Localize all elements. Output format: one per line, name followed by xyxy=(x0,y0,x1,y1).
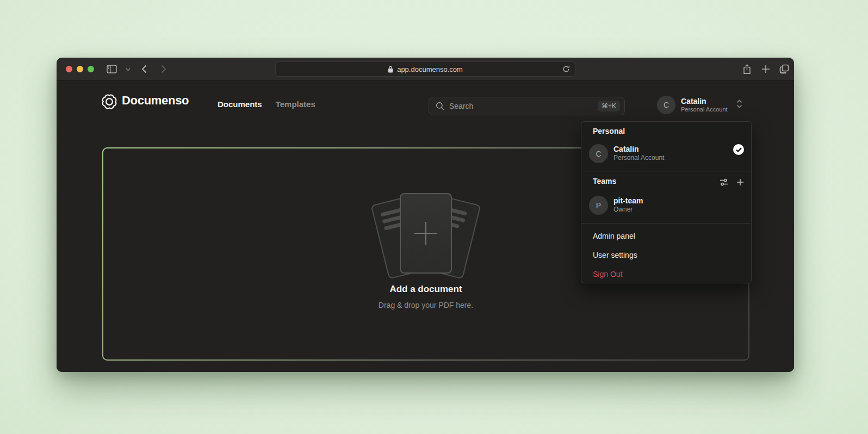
teams-section-label: Teams xyxy=(593,177,616,185)
sidebar-chevron-button[interactable] xyxy=(126,68,131,71)
lock-icon xyxy=(388,66,393,73)
personal-account-avatar: C xyxy=(589,144,608,163)
team-role: Owner xyxy=(613,206,643,214)
personal-account-subtitle: Personal Account xyxy=(613,154,664,162)
menu-item-admin-panel[interactable]: Admin panel xyxy=(581,226,751,245)
sidebar-icon xyxy=(107,65,117,73)
account-avatar: C xyxy=(657,96,675,114)
url-text: app.documenso.com xyxy=(397,65,463,73)
search-input[interactable] xyxy=(449,102,593,110)
chevron-right-icon xyxy=(161,65,166,73)
share-icon xyxy=(743,64,751,75)
chevron-left-icon xyxy=(141,65,147,73)
share-button[interactable] xyxy=(743,64,751,75)
search-icon xyxy=(436,102,444,110)
tab-overview-button[interactable] xyxy=(779,64,789,74)
traffic-lights xyxy=(66,66,94,72)
close-button[interactable] xyxy=(66,66,72,72)
search-shortcut-badge: ⌘+K xyxy=(598,101,620,111)
brand-wordmark[interactable]: Documenso xyxy=(122,94,189,108)
account-type: Personal Account xyxy=(681,106,728,113)
documenso-logo[interactable] xyxy=(101,94,117,110)
plus-icon xyxy=(413,221,438,246)
personal-section-label: Personal xyxy=(593,127,625,135)
team-item[interactable]: P pit-team Owner xyxy=(581,191,751,219)
menu-item-sign-out[interactable]: Sign Out xyxy=(581,264,751,283)
browser-titlebar: app.documenso.com xyxy=(57,58,794,80)
nav-item-templates[interactable]: Templates xyxy=(276,100,315,109)
menu-divider xyxy=(581,223,751,224)
menu-item-user-settings[interactable]: User settings xyxy=(581,245,751,264)
reload-icon xyxy=(562,65,570,73)
document-stack-graphic xyxy=(371,193,480,277)
dropzone-subtitle: Drag & drop your PDF here. xyxy=(103,301,748,309)
plus-icon xyxy=(761,65,770,73)
team-name: pit-team xyxy=(613,196,643,206)
page-content: Documenso Documents Templates ⌘+K C Cata… xyxy=(57,81,794,372)
chevrons-up-down-icon xyxy=(736,100,742,110)
address-bar[interactable]: app.documenso.com xyxy=(275,61,575,77)
menu-divider xyxy=(581,171,751,171)
document-card-add xyxy=(400,193,452,274)
documenso-logo-icon xyxy=(101,94,117,110)
create-team-button[interactable] xyxy=(735,177,746,188)
sidebar-toggle-button[interactable] xyxy=(107,65,117,73)
sliders-icon xyxy=(720,178,728,187)
tabs-icon xyxy=(779,64,789,74)
account-menu-button[interactable]: C Catalin Personal Account xyxy=(657,95,754,115)
team-avatar: P xyxy=(589,196,608,215)
plus-icon xyxy=(736,178,744,186)
account-dropdown-menu: Personal C Catalin Personal Account Team… xyxy=(581,121,752,283)
back-button[interactable] xyxy=(141,65,147,73)
dropzone-title: Add a document xyxy=(103,284,748,295)
browser-window: app.documenso.com xyxy=(57,58,794,372)
minimize-button[interactable] xyxy=(77,66,83,72)
personal-account-item[interactable]: C Catalin Personal Account xyxy=(581,140,751,167)
chevron-down-icon xyxy=(126,68,131,71)
personal-account-name: Catalin xyxy=(613,145,664,154)
selected-check-icon xyxy=(733,144,744,155)
manage-teams-button[interactable] xyxy=(718,177,729,188)
nav-item-documents[interactable]: Documents xyxy=(218,100,262,109)
zoom-button[interactable] xyxy=(88,66,94,72)
search-bar[interactable]: ⌘+K xyxy=(429,97,625,115)
primary-nav: Documents Templates xyxy=(218,100,315,109)
forward-button[interactable] xyxy=(161,65,166,73)
reload-button[interactable] xyxy=(562,65,570,75)
new-tab-button[interactable] xyxy=(761,65,770,73)
account-name: Catalin xyxy=(681,97,728,106)
